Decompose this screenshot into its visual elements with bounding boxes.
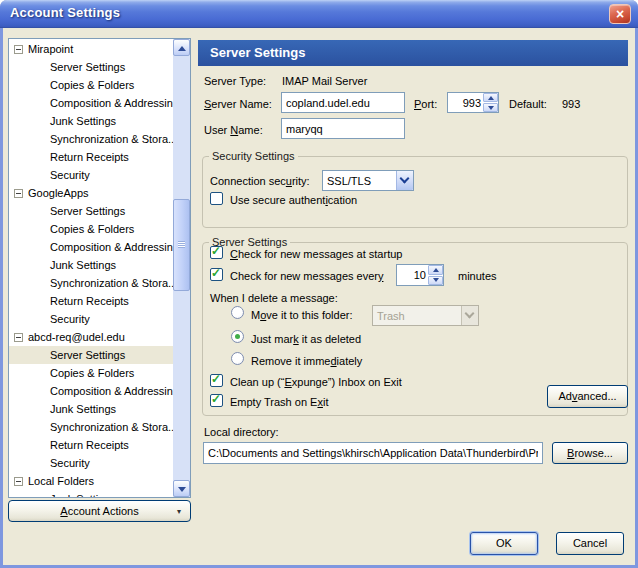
close-button[interactable]: ×: [609, 4, 631, 24]
tree-item-abcd-req-udel-edu-composition-addressing[interactable]: Composition & Addressing: [9, 382, 173, 400]
port-spin-down-button[interactable]: [483, 103, 498, 112]
tree-item-mirapoint-return-receipts[interactable]: Return Receipts: [9, 148, 173, 166]
chevron-down-icon: [465, 309, 475, 319]
clean-up-checkbox[interactable]: [210, 374, 223, 387]
cancel-button[interactable]: Cancel: [556, 532, 624, 555]
advanced-button[interactable]: Advanced...: [547, 385, 628, 408]
tree-account-label: abcd-req@udel.edu: [28, 331, 125, 343]
title-bar[interactable]: Account Settings ×: [0, 0, 638, 28]
remove-immediately-radio[interactable]: [231, 352, 244, 365]
tree-item-label: Security: [50, 457, 90, 469]
panel-header-title: Server Settings: [210, 45, 305, 60]
tree-item-googleapps-composition-addressing[interactable]: Composition & Addressing: [9, 238, 173, 256]
local-directory-input[interactable]: [203, 442, 543, 464]
tree-account-abcd-req-udel-edu[interactable]: abcd-req@udel.edu: [9, 328, 173, 346]
minutes-input[interactable]: [397, 265, 428, 285]
tree-item-abcd-req-udel-edu-return-receipts[interactable]: Return Receipts: [9, 436, 173, 454]
arrow-down-icon: [178, 487, 186, 492]
tree-item-mirapoint-server-settings[interactable]: Server Settings: [9, 58, 173, 76]
tree-account-mirapoint[interactable]: Mirapoint: [9, 40, 173, 58]
tree-scrollbar[interactable]: [173, 39, 190, 497]
port-spin-up-button[interactable]: [483, 93, 498, 102]
tree-item-abcd-req-udel-edu-synchronization-stora[interactable]: Synchronization & Stora...: [9, 418, 173, 436]
move-to-folder-radio[interactable]: [231, 306, 244, 319]
scroll-up-button[interactable]: [173, 39, 190, 56]
tree-item-label: Server Settings: [50, 205, 125, 217]
check-every-checkbox[interactable]: [210, 268, 223, 281]
tree-item-mirapoint-copies-folders[interactable]: Copies & Folders: [9, 76, 173, 94]
tree-account-googleapps[interactable]: GoogleApps: [9, 184, 173, 202]
use-secure-auth-label[interactable]: Use secure authentication: [230, 193, 357, 207]
browse-button[interactable]: Browse...: [552, 442, 628, 464]
tree-item-mirapoint-synchronization-stora[interactable]: Synchronization & Stora...: [9, 130, 173, 148]
tree-item-googleapps-copies-folders[interactable]: Copies & Folders: [9, 220, 173, 238]
collapse-minus-icon[interactable]: [14, 333, 23, 342]
dropdown-button[interactable]: [396, 171, 413, 190]
scroll-down-button[interactable]: [173, 480, 190, 497]
tree-item-googleapps-security[interactable]: Security: [9, 310, 173, 328]
tree-item-label: Security: [50, 313, 90, 325]
tree-item-googleapps-return-receipts[interactable]: Return Receipts: [9, 292, 173, 310]
account-tree: MirapointServer SettingsCopies & Folders…: [8, 38, 191, 498]
server-name-input[interactable]: [281, 92, 405, 113]
tree-item-mirapoint-security[interactable]: Security: [9, 166, 173, 184]
ok-button[interactable]: OK: [470, 532, 538, 555]
connection-security-value: SSL/TLS: [323, 175, 396, 187]
account-settings-window: Account Settings × MirapointServer Setti…: [0, 0, 638, 568]
use-secure-auth-checkbox[interactable]: [210, 192, 223, 205]
account-tree-rows: MirapointServer SettingsCopies & Folders…: [9, 39, 173, 497]
tree-item-label: Copies & Folders: [50, 223, 134, 235]
dropdown-button-disabled: [461, 306, 478, 325]
tree-item-abcd-req-udel-edu-junk-settings[interactable]: Junk Settings: [9, 400, 173, 418]
tree-item-abcd-req-udel-edu-security[interactable]: Security: [9, 454, 173, 472]
tree-item-googleapps-server-settings[interactable]: Server Settings: [9, 202, 173, 220]
tree-item-abcd-req-udel-edu-server-settings[interactable]: Server Settings: [9, 346, 173, 364]
tree-item-label: Junk Settings: [50, 403, 116, 415]
empty-trash-label[interactable]: Empty Trash on Exit: [230, 395, 328, 409]
local-directory-label: Local directory:: [204, 425, 279, 439]
just-mark-deleted-label[interactable]: Just mark it as deleted: [251, 332, 361, 346]
move-to-folder-label[interactable]: Move it to this folder:: [251, 308, 353, 322]
user-name-input[interactable]: [281, 118, 405, 139]
tree-item-label: Return Receipts: [50, 151, 129, 163]
arrow-up-icon: [178, 46, 186, 51]
port-label: Port:: [414, 97, 437, 111]
check-startup-checkbox[interactable]: [210, 246, 223, 259]
server-type-value: IMAP Mail Server: [282, 74, 367, 88]
tree-item-local-folders-junk-settings[interactable]: Junk Settings: [9, 490, 173, 497]
tree-item-label: Copies & Folders: [50, 79, 134, 91]
check-startup-label[interactable]: Check for new messages at startup: [230, 247, 402, 261]
security-settings-legend: Security Settings: [209, 150, 298, 162]
tree-item-googleapps-junk-settings[interactable]: Junk Settings: [9, 256, 173, 274]
collapse-minus-icon[interactable]: [14, 477, 23, 486]
default-port-label: Default:: [509, 97, 547, 111]
collapse-minus-icon[interactable]: [14, 189, 23, 198]
minutes-unit-label: minutes: [458, 269, 497, 283]
default-port-value: 993: [562, 97, 580, 111]
empty-trash-checkbox[interactable]: [210, 394, 223, 407]
clean-up-label[interactable]: Clean up (“Expunge”) Inbox on Exit: [230, 375, 402, 389]
tree-account-local-folders[interactable]: Local Folders: [9, 472, 173, 490]
account-actions-button[interactable]: Account Actions ▾: [8, 500, 191, 522]
tree-item-abcd-req-udel-edu-copies-folders[interactable]: Copies & Folders: [9, 364, 173, 382]
tree-item-label: Security: [50, 169, 90, 181]
collapse-minus-icon[interactable]: [14, 45, 23, 54]
connection-security-dropdown[interactable]: SSL/TLS: [322, 170, 414, 191]
scroll-thumb[interactable]: [173, 199, 190, 291]
remove-immediately-label[interactable]: Remove it immediately: [251, 354, 362, 368]
tree-item-label: Synchronization & Stora...: [50, 277, 173, 289]
trash-folder-dropdown: Trash: [372, 305, 479, 326]
just-mark-deleted-radio[interactable]: [231, 330, 244, 343]
minutes-spin-up-button[interactable]: [428, 265, 443, 275]
tree-item-label: Junk Settings: [50, 115, 116, 127]
minutes-spin-down-button[interactable]: [428, 276, 443, 286]
tree-item-mirapoint-junk-settings[interactable]: Junk Settings: [9, 112, 173, 130]
tree-item-label: Synchronization & Stora...: [50, 133, 173, 145]
check-every-label[interactable]: Check for new messages every: [230, 269, 383, 283]
tree-item-label: Composition & Addressing: [50, 241, 173, 253]
tree-item-mirapoint-composition-addressing[interactable]: Composition & Addressing: [9, 94, 173, 112]
port-input[interactable]: [448, 93, 483, 112]
tree-item-googleapps-synchronization-stora[interactable]: Synchronization & Stora...: [9, 274, 173, 292]
panel-header: Server Settings: [198, 40, 628, 66]
tree-item-label: Junk Settings: [50, 259, 116, 271]
